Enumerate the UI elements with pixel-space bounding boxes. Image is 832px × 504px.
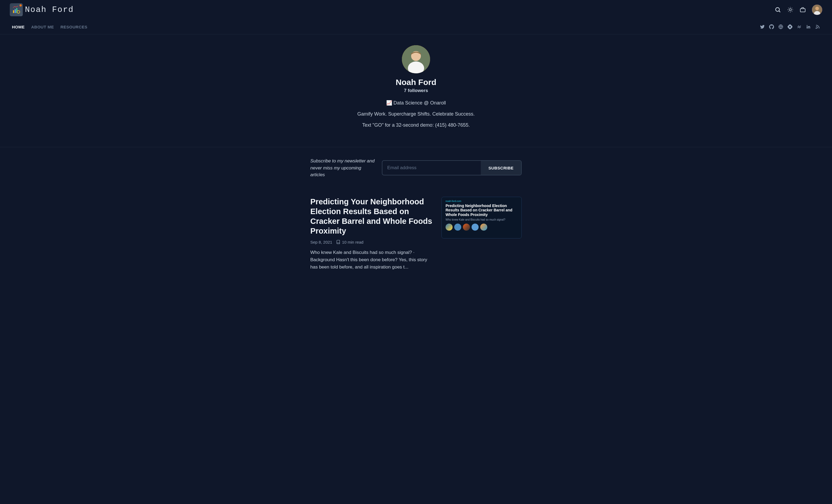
theme-toggle-icon[interactable]	[787, 6, 794, 13]
book-icon	[336, 240, 340, 244]
pandas-logo-icon	[454, 224, 461, 231]
sklearn-logo-icon	[480, 224, 487, 231]
profile-avatar[interactable]	[402, 45, 430, 73]
social-icons	[760, 24, 820, 29]
post-title[interactable]: Predicting Your Neighborhood Election Re…	[310, 197, 433, 236]
brand-logo-icon	[10, 3, 23, 16]
navbar: HOME ABOUT ME RESOURCES	[0, 20, 832, 34]
nav-tab-home[interactable]: HOME	[12, 25, 25, 29]
brand[interactable]: Noah Ford	[10, 3, 74, 16]
twitter-icon[interactable]	[760, 24, 765, 29]
topbar-actions	[775, 5, 822, 15]
svg-rect-15	[800, 9, 805, 12]
svg-line-13	[788, 11, 789, 12]
svg-line-10	[792, 11, 792, 12]
github-icon[interactable]	[769, 24, 774, 29]
post-thumbnail[interactable]: noah-ford.com Predicting Neighborhood El…	[441, 197, 522, 239]
post-read-time: 10 min read	[336, 240, 363, 245]
thumb-subtitle: Who knew Kale and Biscuits had so much s…	[445, 218, 518, 221]
svg-point-3	[17, 10, 20, 13]
nav-tab-resources[interactable]: RESOURCES	[60, 25, 87, 29]
briefcase-icon[interactable]	[800, 6, 806, 13]
bio-line-3: Text "GO" for a 32-second demo: (415) 48…	[362, 122, 470, 128]
bio-line-1: 📈 Data Science @ Onaroll	[386, 100, 446, 106]
subscribe-button[interactable]: SUBSCRIBE	[481, 161, 521, 175]
linkedin-icon[interactable]	[806, 24, 811, 29]
brand-name: Noah Ford	[25, 5, 74, 15]
svg-point-6	[789, 9, 791, 11]
post-meta: Sep 8, 2021 10 min read	[310, 240, 433, 245]
thumb-title: Predicting Neighborhood Election Results…	[445, 203, 518, 217]
user-avatar[interactable]	[812, 5, 822, 15]
svg-line-9	[788, 8, 789, 8]
email-input[interactable]	[382, 161, 481, 175]
svg-line-5	[779, 11, 780, 12]
newsletter-text: Subscribe to my newsletter and never mis…	[310, 158, 375, 178]
python-logo-icon	[445, 224, 452, 231]
newsletter-form: SUBSCRIBE	[382, 160, 522, 175]
topbar: Noah Ford	[0, 0, 832, 20]
globe-icon[interactable]	[778, 24, 783, 29]
polywork-icon[interactable]	[797, 24, 802, 29]
seaborn-logo-icon	[472, 224, 478, 231]
post-item: Predicting Your Neighborhood Election Re…	[305, 189, 527, 279]
svg-point-17	[815, 7, 819, 10]
hero-section: Noah Ford 7 followers 📈 Data Science @ O…	[0, 34, 832, 147]
thumb-domain: noah-ford.com	[445, 200, 518, 202]
post-content: Predicting Your Neighborhood Election Re…	[310, 197, 433, 271]
bio-line-2: Gamify Work. Supercharge Shifts. Celebra…	[358, 111, 475, 117]
svg-rect-0	[13, 10, 14, 13]
svg-rect-1	[15, 9, 16, 13]
svg-point-21	[816, 28, 816, 28]
search-icon[interactable]	[775, 6, 781, 13]
nav-tab-about[interactable]: ABOUT ME	[31, 25, 54, 29]
nav-tabs: HOME ABOUT ME RESOURCES	[12, 25, 87, 29]
rss-icon[interactable]	[815, 24, 820, 29]
hashnode-icon[interactable]	[787, 24, 792, 29]
svg-line-14	[792, 8, 792, 8]
spark-logo-icon	[463, 224, 470, 231]
newsletter-section: Subscribe to my newsletter and never mis…	[305, 147, 527, 189]
followers-count[interactable]: 7 followers	[404, 88, 428, 93]
svg-point-4	[776, 7, 779, 11]
profile-name: Noah Ford	[396, 78, 436, 87]
post-excerpt: Who knew Kale and Biscuits had so much s…	[310, 249, 433, 271]
post-date: Sep 8, 2021	[310, 240, 332, 245]
thumb-tech-logos	[445, 224, 518, 231]
